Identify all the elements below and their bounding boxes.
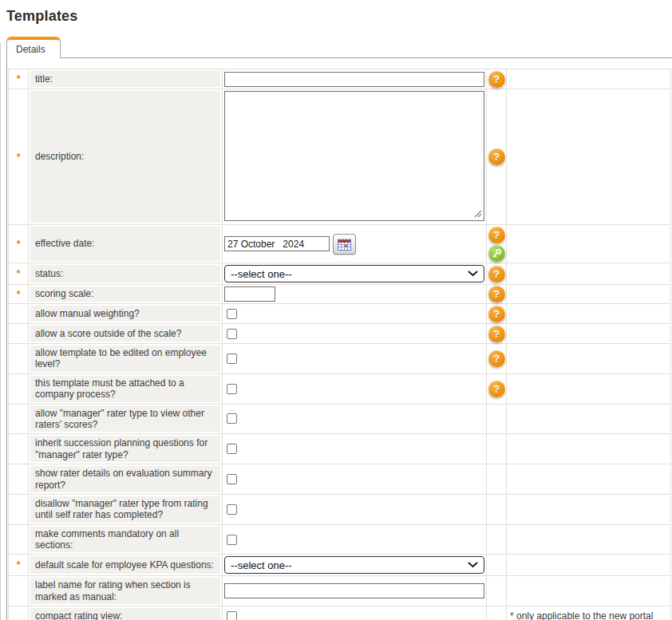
manager-view-scores-checkbox[interactable] <box>227 413 237 424</box>
comments-mandatory-checkbox[interactable] <box>227 535 237 545</box>
note-cell <box>507 263 670 284</box>
tab-details[interactable]: Details <box>6 37 61 58</box>
note-cell <box>507 225 670 263</box>
score-outside-scale-checkbox[interactable] <box>227 329 237 339</box>
field-label-company-process: this template must be attached to a comp… <box>29 374 223 404</box>
title-input[interactable] <box>224 72 484 87</box>
form-row-title: * title: ? <box>9 69 670 89</box>
form-row-effective-date: * effective date: ? <box>9 224 670 263</box>
required-marker <box>9 374 29 404</box>
outer-border-line <box>0 43 1 620</box>
field-label-score-outside-scale: allow a score outside of the scale? <box>29 324 223 343</box>
field-label-description: description: <box>29 89 223 224</box>
rater-details-checkbox[interactable] <box>227 474 237 484</box>
required-marker <box>9 324 29 343</box>
details-panel: * title: ? * description: ? * effective … <box>6 57 672 620</box>
help-icon[interactable]: ? <box>488 266 505 282</box>
required-marker <box>9 576 29 606</box>
help-icon[interactable]: ? <box>488 306 505 322</box>
help-icon[interactable]: ? <box>488 326 505 342</box>
status-select[interactable]: --select one-- <box>224 265 484 282</box>
field-label-manager-view-scores: allow "manager" rater type to view other… <box>29 405 223 434</box>
kpa-scale-select[interactable]: --select one-- <box>224 556 484 574</box>
required-marker <box>9 434 29 464</box>
required-marker <box>9 495 29 524</box>
note-cell <box>507 344 670 373</box>
template-editable-checkbox[interactable] <box>227 353 237 364</box>
note-cell <box>507 555 670 575</box>
field-label-scoring-scale: scoring scale: <box>29 285 223 303</box>
required-marker: * <box>9 89 29 224</box>
help-icon[interactable]: ? <box>488 286 505 302</box>
field-label-kpa-scale: default scale for employee KPA questions… <box>29 555 223 575</box>
help-icon[interactable]: ? <box>488 381 505 397</box>
form-row-score-outside-scale: allow a score outside of the scale? ? <box>9 323 670 343</box>
required-marker <box>9 525 29 555</box>
chevron-down-icon <box>468 271 478 277</box>
key-icon[interactable] <box>488 245 505 262</box>
note-cell <box>507 285 670 303</box>
template-form: * title: ? * description: ? * effective … <box>8 69 671 620</box>
field-label-rater-details: show rater details on evaluation summary… <box>29 464 223 494</box>
note-cell <box>507 405 670 434</box>
required-marker: * <box>9 225 29 263</box>
calendar-icon <box>338 238 351 251</box>
form-row-company-process: this template must be attached to a comp… <box>9 373 670 404</box>
note-cell <box>507 576 670 606</box>
required-marker: * <box>9 285 29 303</box>
description-textarea[interactable] <box>224 91 484 221</box>
required-marker <box>9 606 29 620</box>
note-cell <box>507 434 670 464</box>
form-row-scoring-scale: * scoring scale: ? <box>9 284 670 303</box>
form-row-comments-mandatory: make comments mandatory on all sections: <box>9 524 670 555</box>
required-marker: * <box>9 555 29 575</box>
field-label-compact-rating: compact rating view: <box>29 606 223 620</box>
form-row-description: * description: ? <box>9 89 670 224</box>
manual-weighting-checkbox[interactable] <box>227 309 237 319</box>
note-cell <box>507 324 670 343</box>
field-label-inherit-succession: inherit succession planning questions fo… <box>29 434 223 464</box>
chevron-down-icon <box>468 562 478 568</box>
help-icon[interactable]: ? <box>488 148 505 165</box>
resize-handle-icon[interactable] <box>474 210 482 218</box>
company-process-checkbox[interactable] <box>227 384 237 394</box>
form-row-template-editable: allow template to be edited on employee … <box>9 343 670 373</box>
manual-rating-label-input[interactable] <box>224 583 484 598</box>
inherit-succession-checkbox[interactable] <box>227 444 237 454</box>
form-row-compact-rating: compact rating view: * only applicable t… <box>9 606 670 620</box>
disallow-manager-rating-checkbox[interactable] <box>227 504 237 515</box>
field-label-template-editable: allow template to be edited on employee … <box>29 344 223 373</box>
note-cell <box>507 304 670 323</box>
field-label-title: title: <box>29 69 223 89</box>
required-marker <box>9 304 29 323</box>
note-cell <box>507 69 670 89</box>
form-row-disallow-manager-rating: disallow "manager" rater type from ratin… <box>9 494 670 524</box>
note-cell <box>507 374 670 404</box>
note-cell <box>507 464 670 494</box>
form-row-rater-details: show rater details on evaluation summary… <box>9 464 670 494</box>
portal-note: * only applicable to the new portal <box>507 606 670 620</box>
page-title: Templates <box>6 8 672 25</box>
help-icon[interactable]: ? <box>488 350 505 367</box>
kpa-scale-select-value: --select one-- <box>231 559 292 571</box>
calendar-button[interactable] <box>333 234 356 255</box>
form-row-manager-view-scores: allow "manager" rater type to view other… <box>9 404 670 434</box>
scoring-scale-input[interactable] <box>224 286 275 302</box>
required-marker: * <box>9 263 29 284</box>
effective-date-input[interactable] <box>224 236 330 251</box>
tab-details-label: Details <box>16 44 45 55</box>
help-icon[interactable]: ? <box>488 71 505 88</box>
field-label-manual-weighting: allow manual weighting? <box>29 304 223 323</box>
compact-rating-checkbox[interactable] <box>227 611 237 620</box>
form-row-manual-weighting: allow manual weighting? ? <box>9 303 670 323</box>
status-select-value: --select one-- <box>231 268 292 280</box>
form-row-manual-rating-label: label name for rating when section is ma… <box>9 575 670 606</box>
form-row-kpa-scale: * default scale for employee KPA questio… <box>9 554 670 575</box>
required-marker <box>9 344 29 373</box>
required-marker: * <box>9 69 29 89</box>
field-label-disallow-manager-rating: disallow "manager" rater type from ratin… <box>29 495 223 524</box>
field-label-comments-mandatory: make comments mandatory on all sections: <box>29 525 223 555</box>
help-icon[interactable]: ? <box>488 227 505 243</box>
note-cell <box>507 495 670 524</box>
field-label-manual-rating-label: label name for rating when section is ma… <box>29 576 223 606</box>
